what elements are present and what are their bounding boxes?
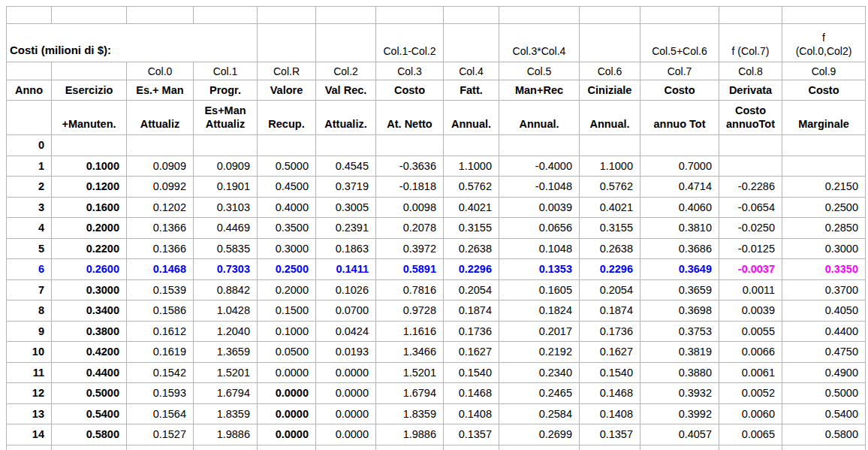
- cell-value[interactable]: 0.2078: [376, 218, 444, 239]
- cell[interactable]: [258, 24, 316, 62]
- column-id[interactable]: Col.5: [499, 62, 580, 80]
- cell-value[interactable]: 1.8359: [376, 403, 444, 424]
- column-id[interactable]: Col.0: [127, 62, 194, 80]
- cell-value[interactable]: 1.6794: [376, 383, 444, 404]
- cell[interactable]: [258, 7, 316, 24]
- cell-value[interactable]: 0.2296: [580, 259, 640, 280]
- cell-value[interactable]: 0.5000: [258, 156, 316, 177]
- column-header[interactable]: Progr.: [194, 80, 258, 101]
- column-header2[interactable]: Recup.: [258, 101, 316, 135]
- cell-value[interactable]: 0.3649: [640, 259, 719, 280]
- cell-value[interactable]: 0.0500: [258, 342, 316, 363]
- cell-anno[interactable]: 1: [7, 156, 52, 177]
- cell[interactable]: [719, 7, 782, 24]
- column-id[interactable]: Col.9: [782, 62, 866, 80]
- cell[interactable]: [444, 24, 499, 62]
- cell-value[interactable]: 0.0193: [316, 342, 376, 363]
- cell[interactable]: [7, 7, 52, 24]
- cell-value[interactable]: 0.2000: [258, 279, 316, 301]
- column-header[interactable]: Val Rec.: [316, 80, 376, 101]
- column-header2[interactable]: Annual.: [580, 101, 640, 135]
- cell-value[interactable]: 0.2638: [580, 238, 640, 259]
- column-header[interactable]: Valore: [258, 80, 316, 101]
- formula-label-col5[interactable]: Col.3*Col.4: [499, 24, 580, 62]
- cell-value[interactable]: 0.1468: [580, 383, 640, 404]
- cell-value[interactable]: 0.1202: [127, 197, 194, 218]
- cell-value[interactable]: 0.2192: [499, 342, 580, 363]
- cell-value[interactable]: 0.3000: [258, 238, 316, 259]
- cell-value[interactable]: 0.1593: [127, 383, 194, 404]
- cell-value[interactable]: 0.5800: [52, 424, 127, 445]
- cell-value[interactable]: [640, 135, 719, 156]
- cell-anno[interactable]: 4: [7, 218, 52, 239]
- cell-value[interactable]: 0.4057: [640, 424, 719, 445]
- cell-value[interactable]: 0.6200: [782, 445, 866, 450]
- cell-value[interactable]: 0.4021: [444, 197, 499, 218]
- cell-value[interactable]: 0.0052: [719, 383, 782, 404]
- cell-value[interactable]: 1.2040: [194, 321, 258, 342]
- cell-value[interactable]: 0.3719: [316, 177, 376, 198]
- cell-value[interactable]: 0.1627: [580, 342, 640, 363]
- cell[interactable]: [127, 7, 194, 24]
- cell-value[interactable]: 0.0000: [316, 445, 376, 450]
- cell[interactable]: [194, 7, 258, 24]
- cell-value[interactable]: 0.3880: [640, 362, 719, 383]
- cell[interactable]: [316, 7, 376, 24]
- cell-value[interactable]: 0.3932: [640, 383, 719, 404]
- column-header2[interactable]: Attualiz.: [316, 101, 376, 135]
- cell-value[interactable]: 0.1468: [444, 383, 499, 404]
- cell-value[interactable]: 0.0000: [316, 362, 376, 383]
- cell-value[interactable]: 0.0000: [316, 424, 376, 445]
- cell-value[interactable]: 0.1200: [52, 177, 127, 198]
- cell-value[interactable]: [258, 135, 316, 156]
- column-id[interactable]: Col.R: [258, 62, 316, 80]
- cell-value[interactable]: 0.0909: [194, 156, 258, 177]
- cell-anno[interactable]: 8: [7, 301, 52, 322]
- cell-value[interactable]: 0.1540: [580, 362, 640, 383]
- cell[interactable]: [444, 7, 499, 24]
- cell-value[interactable]: -0.0654: [719, 197, 782, 218]
- cell-value[interactable]: 0.4469: [194, 218, 258, 239]
- cell-value[interactable]: 0.3500: [258, 218, 316, 239]
- cell-value[interactable]: 0.0067: [719, 445, 782, 450]
- cell-value[interactable]: 0.1000: [258, 321, 316, 342]
- cell-value[interactable]: 0.4021: [580, 197, 640, 218]
- cell-value[interactable]: 0.5400: [52, 403, 127, 424]
- cell-value[interactable]: [580, 135, 640, 156]
- cell-anno[interactable]: 9: [7, 321, 52, 342]
- cell-value[interactable]: 0.1408: [444, 403, 499, 424]
- formula-label-col3[interactable]: Col.1-Col.2: [376, 24, 444, 62]
- cell-value[interactable]: 0.1736: [444, 321, 499, 342]
- cell-value[interactable]: 0.1874: [444, 301, 499, 322]
- cell-value[interactable]: 1.9886: [194, 424, 258, 445]
- cell-value[interactable]: 0.2699: [499, 424, 580, 445]
- cell-value[interactable]: [316, 135, 376, 156]
- cell-value[interactable]: 0.3753: [640, 321, 719, 342]
- cell[interactable]: [316, 24, 376, 62]
- cell-value[interactable]: 0.4400: [52, 362, 127, 383]
- cell-value[interactable]: 0.1411: [316, 259, 376, 280]
- column-header2[interactable]: Annual.: [444, 101, 499, 135]
- cell-value[interactable]: 0.1500: [258, 301, 316, 322]
- cell-value[interactable]: 1.1616: [376, 321, 444, 342]
- formula-label-col8[interactable]: f (Col.7): [719, 24, 782, 62]
- cell-value[interactable]: 0.1357: [444, 424, 499, 445]
- cell-value[interactable]: -0.4000: [499, 156, 580, 177]
- cell-value[interactable]: 0.0992: [127, 177, 194, 198]
- cell-value[interactable]: [782, 135, 866, 156]
- cell-value[interactable]: 0.0656: [499, 218, 580, 239]
- column-header[interactable]: Anno: [7, 80, 52, 101]
- cell-value[interactable]: 0.0700: [316, 301, 376, 322]
- cell-value[interactable]: 0.0060: [719, 403, 782, 424]
- cell-value[interactable]: 0.3992: [640, 403, 719, 424]
- cell-value[interactable]: 0.3155: [444, 218, 499, 239]
- cell-value[interactable]: 0.0000: [316, 383, 376, 404]
- cell[interactable]: [7, 101, 52, 135]
- cell[interactable]: [640, 7, 719, 24]
- cell-value[interactable]: 0.2054: [580, 279, 640, 301]
- column-header2[interactable]: annuo Tot: [640, 101, 719, 135]
- cell-anno[interactable]: 13: [7, 403, 52, 424]
- cell-value[interactable]: 0.3819: [640, 342, 719, 363]
- cell-value[interactable]: [444, 135, 499, 156]
- cell-value[interactable]: 0.2584: [499, 403, 580, 424]
